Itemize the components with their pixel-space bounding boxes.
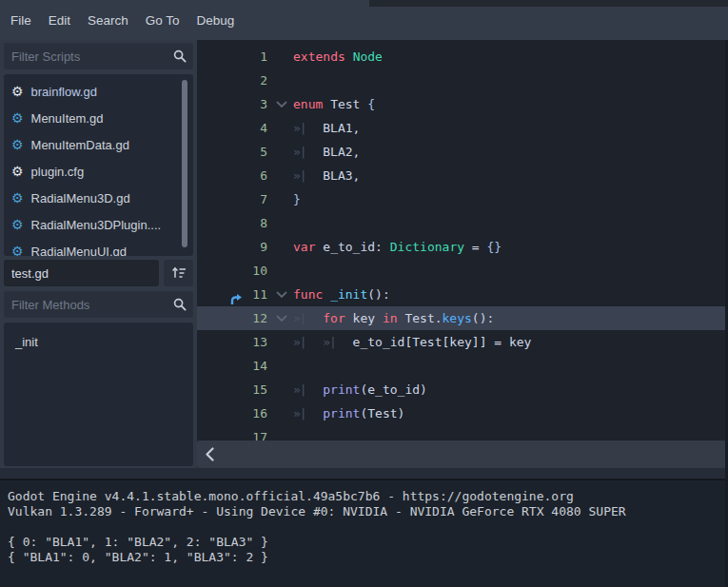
code-text: extends Node <box>293 49 383 64</box>
tab-marker-icon: »| <box>293 382 323 397</box>
editor-bottom-bar <box>197 440 728 468</box>
script-list-item[interactable]: ⚙plugin.cfg <box>4 158 193 185</box>
editor-line: 5»|BLA2, <box>197 140 728 164</box>
gdscript-icon: ⚙ <box>11 245 24 256</box>
code-token: Dictionary <box>390 240 464 254</box>
editor-line: 17 <box>197 425 728 440</box>
script-list-item[interactable]: ⚙MenuItemData.gd <box>4 131 193 158</box>
filter-methods-input[interactable] <box>4 291 193 318</box>
menu-item-go-to[interactable]: Go To <box>137 8 188 33</box>
script-list-item[interactable]: ⚙MenuItem.gd <box>4 105 193 131</box>
line-number: 5 <box>197 145 269 159</box>
sort-methods-button[interactable] <box>164 260 193 286</box>
code-token: func <box>293 287 330 302</box>
script-label: MenuItemData.gd <box>31 138 129 152</box>
code-editor[interactable]: 1extends Node23enum Test {4»|BLA1,5»|BLA… <box>197 40 728 440</box>
code-text: var e_to_id: Dictionary = {} <box>293 240 502 254</box>
line-number: 10 <box>197 264 269 278</box>
line-number: 17 <box>197 430 269 440</box>
scripts-sidebar: ⚙brainflow.gd⚙MenuItem.gd⚙MenuItemData.g… <box>0 40 197 468</box>
output-line <box>8 519 728 535</box>
fold-arrow-icon[interactable] <box>269 101 293 108</box>
code-token: (e_to_id) <box>360 382 426 397</box>
script-label: MenuItem.gd <box>31 111 104 126</box>
fold-arrow-icon <box>276 315 287 322</box>
script-list-item[interactable]: ⚙brainflow.gd <box>4 78 193 105</box>
editor-line: 1extends Node <box>197 45 728 68</box>
script-list-item[interactable]: ⚙RadialMenuUI.gd <box>4 238 193 256</box>
code-token: Test <box>330 97 367 111</box>
script-label: RadialMenu3D.gd <box>31 191 130 205</box>
editor-line: 10 <box>197 259 728 283</box>
code-text: } <box>293 192 301 206</box>
code-token: keys <box>443 311 472 325</box>
editor-line: 2 <box>197 68 728 92</box>
editor-line: 11func _init(): <box>197 283 728 306</box>
line-number: 4 <box>197 121 269 135</box>
code-token: print <box>323 406 360 421</box>
script-label: brainflow.gd <box>31 85 97 99</box>
method-list-item[interactable]: _init <box>4 328 193 355</box>
menu-item-edit[interactable]: Edit <box>40 8 79 33</box>
code-token: _init <box>330 287 367 302</box>
menu-item-search[interactable]: Search <box>79 8 137 33</box>
code-text: »|print(e_to_id) <box>293 382 427 397</box>
search-icon <box>173 298 187 311</box>
tab-marker-icon: »| <box>293 406 323 421</box>
code-text: »|for key in Test.keys(): <box>293 311 494 325</box>
editor-line: 16»|print(Test) <box>197 401 728 425</box>
tab-marker-icon: »| <box>293 121 323 135</box>
editor-line: 9var e_to_id: Dictionary = {} <box>197 235 728 259</box>
code-token: key <box>353 311 383 325</box>
script-list-item[interactable]: ⚙RadialMenu3D.gd <box>4 185 193 211</box>
line-number: 7 <box>197 192 269 206</box>
editor-line: 13»|»|e_to_id[Test[key]] = key <box>197 330 728 354</box>
line-number: 16 <box>197 406 269 421</box>
code-token: BLA2, <box>323 145 360 159</box>
output-console: Godot Engine v4.4.1.stable.mono.official… <box>0 479 728 587</box>
code-token: (Test) <box>360 406 404 421</box>
code-token: e_to_id: <box>323 240 389 254</box>
code-token: Node <box>353 49 383 64</box>
line-number: 1 <box>197 49 269 64</box>
fold-arrow-icon[interactable] <box>269 291 293 298</box>
scrollbar-thumb[interactable] <box>182 80 187 247</box>
code-token: var <box>293 240 323 254</box>
code-token: print <box>323 382 360 397</box>
tab-marker-icon: »| <box>323 335 352 349</box>
code-text: func _init(): <box>293 287 390 302</box>
fold-arrow-icon <box>276 101 287 108</box>
code-token: (): <box>472 311 494 325</box>
editor-line: 6»|BLA3, <box>197 164 728 187</box>
script-name-row <box>4 260 193 286</box>
line-number: 15 <box>197 382 269 397</box>
output-line: Godot Engine v4.4.1.stable.mono.official… <box>8 489 728 504</box>
tab-marker-icon: »| <box>293 311 323 325</box>
line-number: 11 <box>197 287 269 302</box>
editor-line: 3enum Test { <box>197 92 728 116</box>
menu-item-file[interactable]: File <box>2 8 40 33</box>
filter-scripts-input[interactable] <box>4 43 193 69</box>
editor-line: 14 <box>197 354 728 378</box>
menu-item-debug[interactable]: Debug <box>188 8 244 33</box>
code-token: (): <box>367 287 389 302</box>
code-token: {} <box>487 240 502 254</box>
editor-line: 7} <box>197 187 728 211</box>
window-top-edge <box>369 0 728 7</box>
script-list-item[interactable]: ⚙RadialMenu3DPlugin.... <box>4 211 193 238</box>
editor-line: 12»|for key in Test.keys(): <box>197 306 728 330</box>
script-name-field[interactable] <box>4 260 159 286</box>
fold-arrow-icon[interactable] <box>269 315 293 322</box>
editor-line: 15»|print(e_to_id) <box>197 378 728 401</box>
output-line: Vulkan 1.3.289 - Forward+ - Using Device… <box>8 504 728 519</box>
code-token: e_to_id[Test[key]] = key <box>353 335 532 349</box>
gdscript-icon: ⚙ <box>11 218 24 231</box>
gdscript-icon: ⚙ <box>11 191 24 205</box>
scripts-list: ⚙brainflow.gd⚙MenuItem.gd⚙MenuItemData.g… <box>4 74 193 256</box>
filter-scripts-field <box>4 43 193 69</box>
code-token: enum <box>293 97 330 111</box>
line-number: 13 <box>197 335 269 349</box>
collapse-panel-button[interactable] <box>205 447 214 461</box>
code-token: = <box>464 240 486 254</box>
code-text: »|»|e_to_id[Test[key]] = key <box>293 335 531 349</box>
